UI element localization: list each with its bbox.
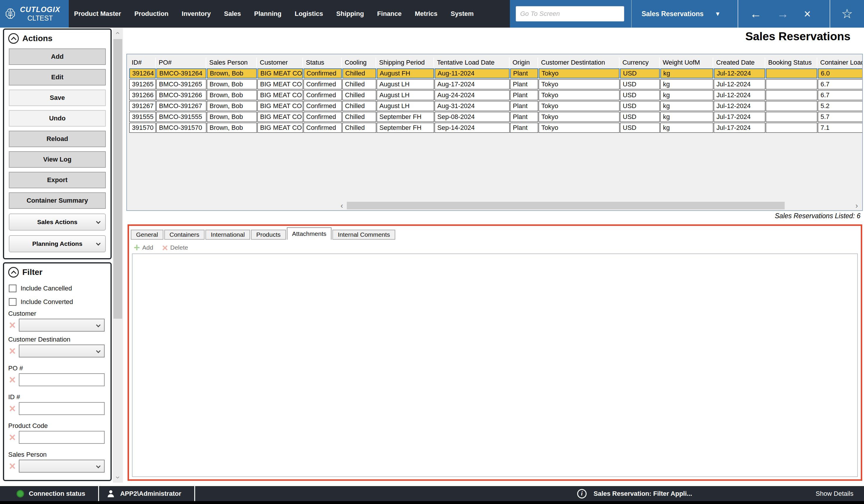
table-row[interactable]: 391264 BMCO-391264 Brown, Bob BIG MEAT C…: [129, 69, 863, 78]
clear-filter-icon[interactable]: ×: [6, 345, 19, 357]
table-column-header[interactable]: Created Date: [714, 58, 765, 67]
table-cell[interactable]: Brown, Bob: [207, 69, 257, 78]
nav-menu-item[interactable]: Planning: [254, 10, 281, 17]
detail-tab[interactable]: International: [205, 230, 250, 239]
table-cell[interactable]: 5.2: [818, 101, 863, 111]
table-cell[interactable]: [766, 112, 817, 122]
clear-filter-icon[interactable]: ×: [6, 460, 19, 472]
clear-filter-icon[interactable]: ×: [6, 432, 19, 443]
table-column-header[interactable]: PO#: [156, 58, 206, 67]
customer-select[interactable]: [19, 319, 105, 332]
table-cell[interactable]: Brown, Bob: [207, 79, 257, 89]
back-icon[interactable]: ←: [750, 8, 762, 20]
table-cell[interactable]: Tokyo: [539, 90, 620, 100]
table-cell[interactable]: BIG MEAT CO: [257, 112, 303, 122]
favorite-star-icon[interactable]: ☆: [841, 7, 853, 20]
table-column-header[interactable]: Customer: [257, 58, 303, 67]
nav-menu-item[interactable]: System: [451, 10, 474, 17]
nav-menu-item[interactable]: Sales: [224, 10, 241, 17]
nav-menu-item[interactable]: Finance: [377, 10, 401, 17]
table-cell[interactable]: BMCO-391265: [156, 79, 206, 89]
table-cell[interactable]: August LH: [377, 101, 434, 111]
table-cell[interactable]: Aug-31-2024: [435, 101, 509, 111]
table-cell[interactable]: Chilled: [343, 90, 376, 100]
table-cell[interactable]: August LH: [377, 90, 434, 100]
table-cell[interactable]: Tokyo: [539, 112, 620, 122]
table-cell[interactable]: Aug-11-2024: [435, 69, 509, 78]
detail-tab[interactable]: Containers: [164, 230, 205, 239]
action-button[interactable]: Edit: [9, 69, 106, 85]
table-cell[interactable]: 7.1: [818, 123, 863, 133]
action-button[interactable]: Undo: [9, 110, 106, 126]
table-cell[interactable]: Jul-12-2024: [714, 101, 765, 111]
sidebar-scrollbar[interactable]: ‹ ›: [113, 28, 123, 482]
table-cell[interactable]: Plant: [510, 79, 538, 89]
table-cell[interactable]: Jul-12-2024: [714, 69, 765, 78]
clear-filter-icon[interactable]: ×: [6, 374, 19, 385]
table-cell[interactable]: Confirmed: [303, 79, 342, 89]
table-cell[interactable]: kg: [660, 101, 713, 111]
table-cell[interactable]: Jul-12-2024: [714, 90, 765, 100]
table-column-header[interactable]: Weight UofM: [660, 58, 713, 67]
table-cell[interactable]: BMCO-391555: [156, 112, 206, 122]
table-cell[interactable]: Tokyo: [539, 69, 620, 78]
table-cell[interactable]: Aug-24-2024: [435, 90, 509, 100]
horizontal-scrollbar-thumb[interactable]: [347, 202, 785, 209]
scroll-right-icon[interactable]: ›: [852, 201, 861, 210]
action-dropdown-button[interactable]: Sales Actions: [9, 213, 106, 231]
table-cell[interactable]: [766, 69, 817, 78]
table-cell[interactable]: kg: [660, 90, 713, 100]
table-cell[interactable]: Confirmed: [303, 112, 342, 122]
table-cell[interactable]: 391266: [129, 90, 156, 100]
table-cell[interactable]: BIG MEAT CO: [257, 123, 303, 133]
table-cell[interactable]: 6.7: [818, 79, 863, 89]
id-number-input[interactable]: [19, 402, 105, 415]
table-cell[interactable]: BMCO-391266: [156, 90, 206, 100]
sales-person-select[interactable]: [19, 460, 105, 472]
table-row[interactable]: 391555 BMCO-391555 Brown, Bob BIG MEAT C…: [129, 112, 863, 122]
table-cell[interactable]: kg: [660, 69, 713, 78]
table-cell[interactable]: Sep-14-2024: [435, 123, 509, 133]
scroll-left-icon[interactable]: ‹: [337, 201, 346, 210]
table-cell[interactable]: Chilled: [343, 112, 376, 122]
horizontal-scrollbar-track[interactable]: [346, 202, 852, 209]
table-cell[interactable]: 6.7: [818, 90, 863, 100]
table-cell[interactable]: Plant: [510, 112, 538, 122]
show-details-button[interactable]: Show Details: [816, 490, 864, 497]
table-cell[interactable]: USD: [620, 79, 660, 89]
nav-menu-item[interactable]: Inventory: [182, 10, 211, 17]
table-column-header[interactable]: Customer Destintation: [539, 58, 620, 67]
table-cell[interactable]: [766, 101, 817, 111]
table-cell[interactable]: 6.0: [818, 69, 863, 78]
action-button[interactable]: Export: [9, 172, 106, 188]
table-cell[interactable]: Plant: [510, 101, 538, 111]
table-column-header[interactable]: Currency: [620, 58, 660, 67]
action-button[interactable]: View Log: [9, 151, 106, 168]
table-cell[interactable]: August FH: [377, 69, 434, 78]
table-cell[interactable]: Confirmed: [303, 123, 342, 133]
table-cell[interactable]: BIG MEAT CO: [257, 79, 303, 89]
product-code-input[interactable]: [19, 431, 105, 444]
action-button[interactable]: Add: [9, 48, 106, 65]
table-cell[interactable]: Plant: [510, 69, 538, 78]
table-cell[interactable]: Plant: [510, 123, 538, 133]
po-number-input[interactable]: [19, 373, 105, 386]
table-row[interactable]: 391265 BMCO-391265 Brown, Bob BIG MEAT C…: [129, 79, 863, 89]
table-cell[interactable]: Jul-12-2024: [714, 79, 765, 89]
table-column-header[interactable]: Booking Status: [766, 58, 817, 67]
table-cell[interactable]: Confirmed: [303, 101, 342, 111]
goto-screen-input[interactable]: [516, 6, 624, 22]
table-cell[interactable]: BIG MEAT CO: [257, 90, 303, 100]
table-cell[interactable]: kg: [660, 112, 713, 122]
collapse-actions-icon[interactable]: [8, 33, 19, 44]
table-cell[interactable]: Brown, Bob: [207, 112, 257, 122]
nav-menu-item[interactable]: Shipping: [336, 10, 364, 17]
table-cell[interactable]: Confirmed: [303, 69, 342, 78]
checkbox[interactable]: [9, 298, 16, 306]
table-cell[interactable]: 5.7: [818, 112, 863, 122]
checkbox[interactable]: [9, 285, 16, 292]
table-row[interactable]: 391266 BMCO-391266 Brown, Bob BIG MEAT C…: [129, 90, 863, 100]
action-button[interactable]: Container Summary: [9, 192, 106, 209]
table-cell[interactable]: Tokyo: [539, 79, 620, 89]
screen-selector-dropdown[interactable]: Sales Reservations ▼: [632, 0, 731, 28]
